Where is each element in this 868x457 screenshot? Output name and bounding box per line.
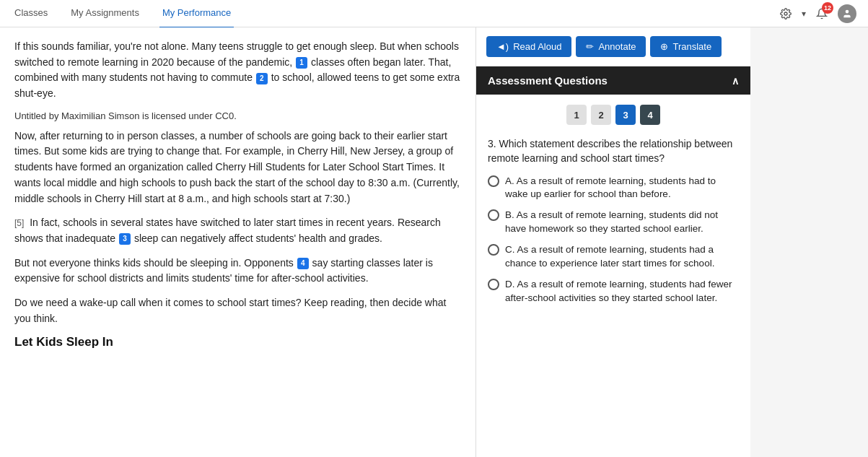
paragraph-1: If this sounds familiar, you're not alon… [14,39,461,102]
paragraph-3: [5] In fact, schools in several states h… [14,215,461,246]
question-navigation: 1 2 3 4 [476,95,750,131]
dropdown-arrow: ▾ [802,9,806,19]
radio-c[interactable] [488,244,499,256]
top-navigation: Classes My Assignments My Performance ▾ … [0,0,868,27]
answer-label-d: D. As a result of remote learning, stude… [505,278,739,305]
question-nav-1[interactable]: 1 [566,105,587,125]
question-nav-3[interactable]: 3 [615,105,636,125]
answer-label-a: A. As a result of remote learning, stude… [505,175,739,202]
annotate-icon: ✏ [586,41,594,52]
notification-button[interactable]: 12 [812,4,832,24]
question-nav-2[interactable]: 2 [591,105,611,125]
read-aloud-label: Read Aloud [513,41,561,52]
nav-right-icons: ▾ 12 [776,4,856,24]
answer-option-d[interactable]: D. As a result of remote learning, stude… [488,278,739,305]
paragraph-4: But not everyone thinks kids should be s… [14,256,461,287]
answer-option-b[interactable]: B. As a result of remote learning, stude… [488,209,739,236]
answer-option-c[interactable]: C. As a result of remote learning, stude… [488,243,739,271]
footnote-2[interactable]: 2 [256,73,268,84]
credit-line: Untitled by Maximilian Simson is license… [14,110,461,121]
paragraph-5: Do we need a wake-up call when it comes … [14,295,461,326]
footnote-3[interactable]: 3 [119,233,131,245]
annotate-label: Annotate [598,41,636,52]
paragraph-2: Now, after returning to in person classe… [14,129,461,206]
nav-links: Classes My Assignments My Performance [12,0,234,28]
settings-button[interactable] [776,4,796,24]
notification-count: 12 [822,2,833,14]
question-nav-4[interactable]: 4 [640,105,660,125]
para4-text-before: But not everyone thinks kids should be s… [14,257,294,269]
user-avatar[interactable] [838,4,856,23]
assessment-content: 3. Which statement describes the relatio… [476,131,750,321]
nav-my-performance[interactable]: My Performance [159,0,234,28]
answer-label-c: C. As a result of remote learning, stude… [505,243,739,271]
translate-button[interactable]: ⊕ Translate [650,36,722,57]
read-aloud-button[interactable]: ◄) Read Aloud [486,36,571,57]
footnote-4[interactable]: 4 [297,258,309,269]
reading-content: If this sounds familiar, you're not alon… [0,27,476,457]
footnote-1[interactable]: 1 [296,57,307,69]
action-bar: ◄) Read Aloud ✏ Annotate ⊕ Translate [476,27,750,66]
read-aloud-icon: ◄) [496,41,509,52]
nav-my-assignments[interactable]: My Assignments [68,0,142,28]
svg-point-1 [846,9,849,13]
para3-number: [5] [14,218,24,228]
assessment-title: Assessment Questions [488,74,608,87]
main-layout: If this sounds familiar, you're not alon… [0,27,868,457]
para3-text-after: sleep can negatively affect students' he… [134,232,382,244]
chevron-up-icon[interactable]: ∧ [732,75,739,87]
answer-option-a[interactable]: A. As a result of remote learning, stude… [488,175,739,202]
annotate-button[interactable]: ✏ Annotate [576,36,646,57]
answer-label-b: B. As a result of remote learning, stude… [505,209,739,236]
svg-point-0 [784,12,787,15]
radio-b[interactable] [488,209,499,221]
radio-a[interactable] [488,175,499,187]
translate-label: Translate [672,41,711,52]
right-panel: ◄) Read Aloud ✏ Annotate ⊕ Translate Ass… [476,27,750,457]
assessment-header: Assessment Questions ∧ [476,66,750,95]
question-text: 3. Which statement describes the relatio… [488,136,739,166]
translate-icon: ⊕ [660,41,668,52]
nav-classes[interactable]: Classes [12,0,51,28]
radio-d[interactable] [488,279,499,290]
section-title: Let Kids Sleep In [14,335,461,349]
